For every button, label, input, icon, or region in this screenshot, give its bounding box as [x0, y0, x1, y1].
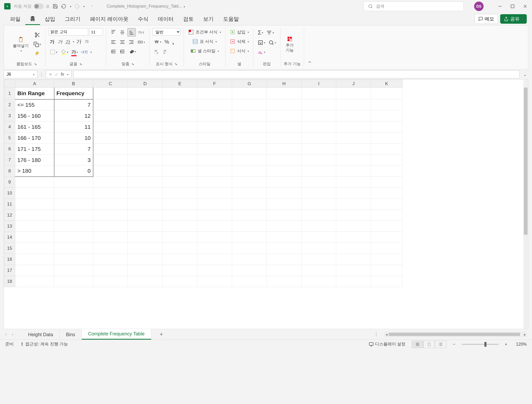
collapse-ribbon-button[interactable] [304, 28, 315, 67]
cell[interactable] [371, 121, 403, 132]
col-header-A[interactable]: A [15, 80, 54, 88]
bold-button[interactable]: 가 [49, 38, 56, 46]
format-cells-button[interactable]: 서식▾ [229, 47, 250, 55]
sort-filter-button[interactable]: ▾ [265, 29, 275, 37]
cell[interactable] [336, 232, 371, 243]
cell[interactable] [371, 144, 403, 155]
expand-formula-bar-icon[interactable]: ⌄ [522, 72, 528, 77]
col-header-D[interactable]: D [128, 80, 163, 88]
cell[interactable] [93, 166, 128, 177]
zoom-in-button[interactable]: + [505, 342, 507, 347]
table-format-button[interactable]: 표 서식▾ [187, 38, 222, 45]
fx-button[interactable]: fx [61, 72, 64, 77]
cell[interactable] [15, 276, 54, 287]
cell[interactable] [371, 265, 403, 276]
cell[interactable] [163, 188, 197, 199]
cell[interactable] [197, 132, 232, 144]
name-box-options-icon[interactable]: ⋮ [39, 72, 44, 77]
cell[interactable] [54, 265, 93, 276]
document-title[interactable]: Complete_Histogram_Frequency_Tabl... ▾ [107, 4, 360, 9]
cell-A6[interactable]: 171 - 175 [15, 144, 54, 155]
increase-indent-button[interactable] [118, 48, 126, 55]
format-painter-button[interactable] [32, 50, 42, 58]
cell[interactable] [267, 177, 302, 188]
menu-data[interactable]: 데이터 [153, 13, 178, 25]
cell[interactable] [197, 144, 232, 155]
cell[interactable] [336, 210, 371, 221]
cell[interactable] [54, 232, 93, 243]
cell[interactable] [163, 121, 197, 132]
cell[interactable] [336, 199, 371, 210]
cell[interactable] [163, 243, 197, 254]
cell[interactable] [267, 121, 302, 132]
cell[interactable] [54, 243, 93, 254]
cell[interactable] [302, 221, 336, 232]
fill-button[interactable]: ▾ [257, 39, 266, 47]
cell[interactable] [336, 99, 371, 110]
name-box[interactable]: J6 ▾ [4, 70, 37, 78]
cell[interactable] [232, 210, 267, 221]
cell[interactable] [336, 166, 371, 177]
cell[interactable] [93, 199, 128, 210]
search-input[interactable]: 검색 [364, 2, 464, 11]
cell[interactable] [371, 177, 403, 188]
row-header-13[interactable]: 13 [4, 221, 15, 232]
number-format-select[interactable]: 일반 [153, 28, 180, 35]
cell[interactable] [93, 110, 128, 121]
font-color-button[interactable]: 가▾ [70, 48, 79, 56]
cell[interactable] [128, 110, 163, 121]
cell[interactable] [93, 177, 128, 188]
cell[interactable] [93, 188, 128, 199]
comments-button[interactable]: 메모 [474, 14, 498, 24]
toggle-switch-icon[interactable] [34, 3, 44, 9]
cell[interactable] [302, 110, 336, 121]
cell[interactable] [163, 265, 197, 276]
cell[interactable] [232, 88, 267, 99]
cell[interactable] [163, 166, 197, 177]
undo-icon[interactable] [61, 4, 66, 9]
cell[interactable] [128, 265, 163, 276]
menu-review[interactable]: 검토 [178, 13, 198, 25]
cell-A8[interactable]: > 180 [15, 166, 54, 177]
cell[interactable] [267, 99, 302, 110]
cut-button[interactable] [32, 31, 42, 39]
cell[interactable] [15, 243, 54, 254]
scrollbar-thumb[interactable] [524, 88, 528, 235]
cell[interactable] [267, 276, 302, 287]
insert-cells-button[interactable]: 삽입▾ [229, 28, 250, 36]
cell-B6[interactable]: 7 [54, 144, 93, 155]
cell[interactable] [232, 132, 267, 144]
cell[interactable] [163, 88, 197, 99]
cell[interactable] [93, 144, 128, 155]
comma-button[interactable]: , [171, 37, 175, 47]
cell[interactable] [267, 199, 302, 210]
align-right-button[interactable] [127, 38, 135, 46]
cell[interactable] [197, 99, 232, 110]
grow-font-button[interactable]: 가 [75, 37, 83, 46]
cell[interactable] [128, 99, 163, 110]
autosum-button[interactable]: Σ▾ [257, 28, 264, 37]
col-header-H[interactable]: H [267, 80, 302, 88]
cell[interactable] [128, 177, 163, 188]
cell[interactable] [15, 177, 54, 188]
user-avatar[interactable]: DS [474, 2, 484, 11]
increase-decimal-button[interactable]: .00←.0 [153, 48, 160, 56]
menu-home[interactable]: 홈 [25, 13, 40, 25]
chevron-down-icon[interactable]: ▾ [83, 5, 85, 8]
addins-button[interactable]: 추가 기능 [284, 35, 296, 54]
find-button[interactable]: ▾ [267, 39, 277, 47]
cell[interactable] [128, 144, 163, 155]
zoom-out-button[interactable]: − [453, 342, 455, 347]
cell[interactable] [54, 276, 93, 287]
col-header-E[interactable]: E [163, 80, 197, 88]
chevron-down-icon[interactable]: ▾ [70, 5, 71, 8]
zoom-slider[interactable] [462, 344, 499, 345]
cell-A5[interactable]: 166 - 170 [15, 132, 54, 144]
italic-button[interactable]: 가 [57, 38, 63, 46]
cell[interactable] [93, 132, 128, 144]
cell[interactable] [232, 243, 267, 254]
cell[interactable] [93, 254, 128, 265]
cell[interactable] [197, 199, 232, 210]
row-header-8[interactable]: 8 [4, 166, 15, 177]
cell[interactable] [163, 221, 197, 232]
